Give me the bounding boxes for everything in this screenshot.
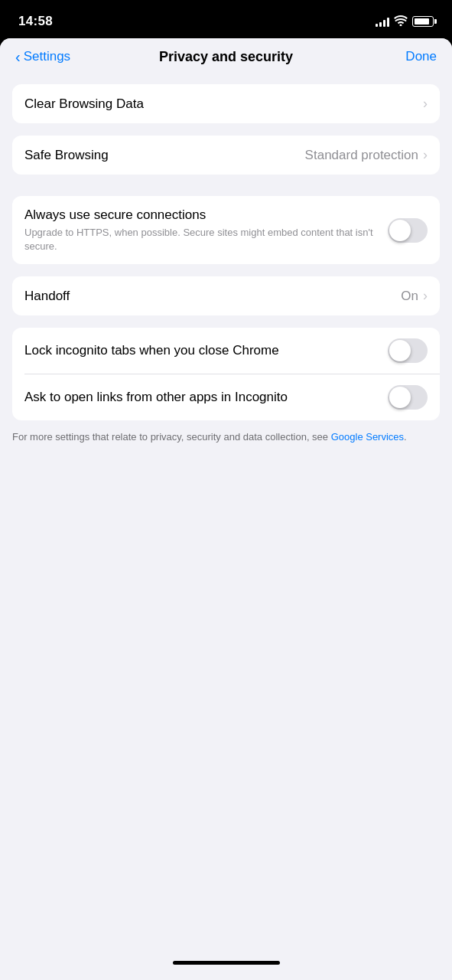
home-bar <box>173 961 280 965</box>
section-handoff: Handoff On › <box>12 276 440 315</box>
lock-incognito-title: Lock incognito tabs when you close Chrom… <box>24 342 376 359</box>
always-secure-title: Always use secure connections <box>24 207 376 224</box>
chevron-right-icon: › <box>423 96 428 112</box>
ask-open-links-text: Ask to open links from other apps in Inc… <box>24 389 388 406</box>
card-secure-connections: Always use secure connections Upgrade to… <box>12 196 440 264</box>
clear-browsing-data-label: Clear Browsing Data <box>24 96 144 112</box>
ask-open-links-title: Ask to open links from other apps in Inc… <box>24 389 376 406</box>
google-services-link[interactable]: Google Services <box>331 431 404 443</box>
lock-incognito-row: Lock incognito tabs when you close Chrom… <box>12 328 440 374</box>
always-secure-toggle[interactable] <box>388 218 428 243</box>
toggle-thumb <box>389 340 411 361</box>
card-handoff: Handoff On › <box>12 276 440 315</box>
safe-browsing-right: Standard protection › <box>305 147 428 163</box>
footer-note: For more settings that relate to privacy… <box>0 420 452 460</box>
ask-open-links-toggle[interactable] <box>388 385 428 410</box>
back-chevron-icon: ‹ <box>15 49 21 64</box>
home-indicator <box>0 949 452 972</box>
clear-browsing-data-right: › <box>423 96 428 112</box>
section-clear-browsing: Clear Browsing Data › <box>12 84 440 123</box>
back-label: Settings <box>24 49 70 64</box>
nav-bar: ‹ Settings Privacy and security Done <box>0 38 452 72</box>
handoff-right: On › <box>401 288 428 304</box>
lock-incognito-text: Lock incognito tabs when you close Chrom… <box>24 342 388 359</box>
safe-browsing-value: Standard protection <box>305 148 418 163</box>
card-safe-browsing: Safe Browsing Standard protection › <box>12 136 440 175</box>
status-icons <box>376 15 434 28</box>
section-incognito: Lock incognito tabs when you close Chrom… <box>12 328 440 420</box>
clear-browsing-data-row[interactable]: Clear Browsing Data › <box>12 84 440 123</box>
ask-open-links-row: Ask to open links from other apps in Inc… <box>12 374 440 420</box>
lock-incognito-toggle[interactable] <box>388 338 428 363</box>
status-time: 14:58 <box>18 14 53 29</box>
main-content: ‹ Settings Privacy and security Done Cle… <box>0 38 452 980</box>
toggle-thumb <box>389 220 411 241</box>
always-secure-subtitle: Upgrade to HTTPS, when possible. Secure … <box>24 226 376 253</box>
footer-text-after: . <box>404 431 407 443</box>
chevron-right-icon: › <box>423 147 428 163</box>
section-secure-connections: Always use secure connections Upgrade to… <box>12 196 440 264</box>
toggle-thumb <box>389 387 411 408</box>
footer-text-before: For more settings that relate to privacy… <box>12 431 331 443</box>
handoff-value: On <box>401 289 418 304</box>
back-button[interactable]: ‹ Settings <box>15 49 70 64</box>
always-secure-text: Always use secure connections Upgrade to… <box>24 207 388 253</box>
handoff-label: Handoff <box>24 289 70 304</box>
safe-browsing-label: Safe Browsing <box>24 148 109 163</box>
chevron-right-icon: › <box>423 288 428 304</box>
always-secure-row: Always use secure connections Upgrade to… <box>12 196 440 264</box>
section-safe-browsing: Safe Browsing Standard protection › <box>12 136 440 175</box>
card-clear-browsing: Clear Browsing Data › <box>12 84 440 123</box>
card-incognito: Lock incognito tabs when you close Chrom… <box>12 328 440 420</box>
handoff-row[interactable]: Handoff On › <box>12 276 440 315</box>
done-button[interactable]: Done <box>405 49 437 64</box>
status-bar: 14:58 <box>0 0 452 38</box>
safe-browsing-row[interactable]: Safe Browsing Standard protection › <box>12 136 440 175</box>
page-title: Privacy and security <box>159 49 293 65</box>
signal-icon <box>376 16 389 27</box>
wifi-icon <box>394 15 408 28</box>
battery-icon <box>412 16 434 27</box>
